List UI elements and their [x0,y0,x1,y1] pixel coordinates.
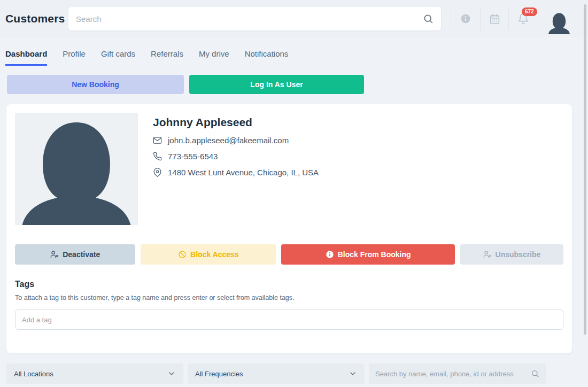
unsubscribe-button[interactable]: Unsubscribe [460,244,563,265]
locations-dropdown[interactable]: All Locations [6,363,183,384]
tab-notifications[interactable]: Notifications [245,49,289,66]
tab-bar: Dashboard Profile Gift cards Referrals M… [5,49,588,66]
user-x-icon [483,250,492,259]
scrollbar-thumb[interactable] [584,4,586,335]
chevron-down-icon [349,369,357,378]
tags-heading: Tags [15,280,563,289]
customer-phone-row: 773-555-6543 [153,152,319,161]
customer-name: Johnny Appleseed [153,116,319,129]
unsubscribe-label: Unsubscribe [496,250,541,259]
tab-referrals[interactable]: Referrals [151,49,183,66]
login-as-user-button[interactable]: Log In As User [189,75,364,94]
block-access-label: Block Access [190,250,239,259]
avatar-icon [547,12,571,34]
user-avatar[interactable] [538,0,580,37]
global-search[interactable] [68,7,441,30]
search-icon[interactable] [423,13,434,24]
frequencies-dropdown[interactable]: All Frequencies [188,363,365,384]
calendar-button[interactable] [481,13,508,25]
list-filters-row: All Locations All Frequencies [6,363,588,384]
customer-photo-placeholder [15,113,138,225]
tab-profile[interactable]: Profile [63,49,86,66]
tags-description: To attach a tag to this customer, type a… [15,294,563,301]
tab-my-drive[interactable]: My drive [199,49,229,66]
customer-actions-row: Deactivate Block Access Block From Booki… [15,244,563,265]
info-button[interactable] [451,13,480,24]
customer-address: 1480 West Lunt Avenue, Chicago, IL, USA [168,168,319,177]
locations-value: All Locations [14,370,53,378]
deactivate-button[interactable]: Deactivate [15,244,135,265]
block-access-button[interactable]: Block Access [141,244,276,265]
chevron-down-icon [167,369,176,378]
customer-email: john.b.appleseed@fakeemail.com [168,136,289,145]
header-toolbar: 672 [441,0,580,37]
customer-phone: 773-555-6543 [168,152,218,161]
notifications-button[interactable]: 672 [509,13,538,25]
page-title: Customers [5,12,68,25]
deactivate-label: Deactivate [63,250,100,259]
customer-list-search[interactable] [369,363,546,384]
info-circle-icon [326,250,334,259]
phone-icon [153,152,162,161]
block-from-booking-button[interactable]: Block From Booking [281,244,455,265]
search-input[interactable] [76,14,423,24]
customer-email-row: john.b.appleseed@fakeemail.com [153,136,319,145]
add-tag-input[interactable] [15,309,563,330]
top-header: Customers 672 [0,0,588,37]
frequencies-value: All Frequencies [195,370,243,378]
tab-dashboard[interactable]: Dashboard [5,49,47,66]
info-icon [460,13,471,24]
customer-card: Johnny Appleseed john.b.appleseed@fakeem… [6,104,572,353]
customer-address-row: 1480 West Lunt Avenue, Chicago, IL, USA [153,168,319,177]
email-icon [153,136,162,145]
map-pin-icon [153,168,162,177]
booking-actions-row: New Booking Log In As User [7,75,588,94]
slash-icon [178,250,187,259]
calendar-icon [489,13,500,25]
block-from-booking-label: Block From Booking [338,250,411,259]
notification-count-badge: 672 [522,7,537,16]
new-booking-button[interactable]: New Booking [7,75,184,94]
tab-gift-cards[interactable]: Gift cards [101,49,135,66]
customer-search-input[interactable] [375,370,531,378]
search-icon [531,369,539,378]
user-x-icon [50,250,59,259]
